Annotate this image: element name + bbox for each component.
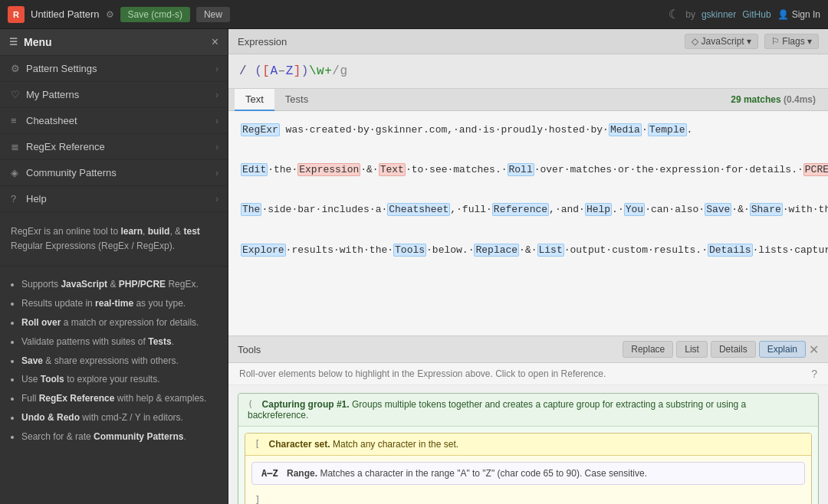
- match-explore: Explore: [241, 244, 286, 257]
- tools-instruction: Roll-over elements below to highlight in…: [228, 363, 828, 385]
- match-text: Text: [379, 163, 406, 176]
- range-title: Range.: [287, 468, 317, 479]
- tools-content: ( Capturing group #1. Groups multiple to…: [228, 385, 828, 504]
- range-content: A–Z Range. Matches a character in the ra…: [252, 463, 804, 484]
- sidebar-description: RegExr is an online tool to learn, build…: [0, 212, 228, 267]
- replace-button[interactable]: Replace: [623, 341, 673, 358]
- text-line-spacer2: [241, 182, 816, 198]
- text-line-3: The·side·bar·includes·a·Cheatsheet,·full…: [241, 201, 816, 218]
- chevron-right-icon: ›: [215, 64, 219, 74]
- sidebar-item-label: Cheatsheet: [26, 115, 215, 126]
- capture-group-header: ( Capturing group #1. Groups multiple to…: [238, 394, 818, 427]
- explain-button[interactable]: Explain: [759, 341, 806, 358]
- app-logo: R: [8, 6, 25, 23]
- range-desc: Matches a character in the range "A" to …: [320, 468, 647, 479]
- community-icon: ◈: [11, 167, 26, 178]
- match-media: Media: [609, 123, 642, 136]
- gear-icon[interactable]: ⚙: [106, 9, 114, 20]
- text-line-1: RegExr was·created·by·gskinner.com,·and·…: [241, 122, 816, 139]
- chevron-right-icon: ›: [215, 142, 219, 152]
- sidebar-item-label: Community Patterns: [26, 167, 215, 178]
- close-bracket: ]: [245, 491, 811, 504]
- close-tools-button[interactable]: ✕: [809, 342, 819, 357]
- sidebar-item-label: Pattern Settings: [26, 63, 215, 74]
- text-line-spacer3: [241, 221, 816, 238]
- capturing-group-item: ( Capturing group #1. Groups multiple to…: [238, 393, 819, 504]
- flags-selector[interactable]: ⚐ Flags ▾: [764, 34, 819, 49]
- settings-icon: ⚙: [11, 63, 26, 74]
- by-label: by: [685, 9, 695, 20]
- expression-header: Expression ◇ JavaScript ▾ ⚐ Flags ▾: [228, 29, 828, 54]
- match-tools: Tools: [393, 244, 426, 257]
- sign-in-button[interactable]: 👤 Sign In: [777, 9, 820, 20]
- save-button[interactable]: Save (cmd-s): [120, 7, 190, 22]
- matches-count: 29 matches (0.4ms): [731, 94, 822, 105]
- text-section: Text Tests 29 matches (0.4ms) RegExr was…: [228, 89, 828, 335]
- tools-section: Tools Replace List Details Explain ✕ Rol…: [228, 335, 828, 504]
- details-button[interactable]: Details: [711, 341, 756, 358]
- capture-group-title: Capturing group #1.: [262, 399, 350, 410]
- expression-section: Expression ◇ JavaScript ▾ ⚐ Flags ▾ / ([…: [228, 29, 828, 89]
- dark-mode-toggle[interactable]: ☾: [669, 7, 679, 21]
- sidebar-item-label: Help: [26, 193, 215, 205]
- chevron-right-icon: ›: [215, 116, 219, 126]
- pattern-title: Untitled Pattern: [31, 8, 100, 20]
- menu-header: ☰ Menu ×: [0, 29, 228, 56]
- tab-tests[interactable]: Tests: [274, 89, 319, 111]
- match-share: Share: [750, 203, 783, 216]
- sidebar-item-label: RegEx Reference: [26, 141, 215, 152]
- match-reference: Reference: [492, 203, 549, 216]
- char-set-title: Character set.: [269, 439, 330, 450]
- match-pcre: PCRE: [803, 163, 828, 176]
- char-set-item: [ Character set. Match any character in …: [245, 433, 812, 504]
- open-paren-icon: (: [248, 399, 253, 410]
- help-icon[interactable]: ?: [811, 368, 817, 380]
- reference-icon: ≣: [11, 141, 26, 152]
- match-temple: Temple: [648, 123, 687, 136]
- match-replace: Replace: [474, 244, 519, 257]
- tabs-bar: Text Tests 29 matches (0.4ms): [228, 89, 828, 111]
- sidebar-item-help[interactable]: ? Help ›: [0, 186, 228, 212]
- sidebar: ☰ Menu × ⚙ Pattern Settings › ♡ My Patte…: [0, 29, 228, 504]
- help-icon: ?: [11, 193, 26, 205]
- match-expression: Expression: [297, 163, 360, 176]
- range-item: A–Z Range. Matches a character in the ra…: [251, 462, 805, 485]
- heart-icon: ♡: [11, 89, 26, 100]
- sidebar-item-label: My Patterns: [26, 89, 215, 100]
- list-button[interactable]: List: [676, 341, 708, 358]
- header: R Untitled Pattern ⚙ Save (cmd-s) New ☾ …: [0, 0, 828, 29]
- match-regexr: RegExr: [241, 123, 280, 136]
- tools-buttons: Replace List Details Explain ✕: [623, 341, 819, 358]
- sidebar-item-cheatsheet[interactable]: ≡ Cheatsheet ›: [0, 108, 228, 134]
- match-save: Save: [705, 203, 731, 216]
- match-details: Details: [708, 244, 753, 257]
- chevron-right-icon: ›: [215, 168, 219, 178]
- match-roll: Roll: [508, 163, 534, 176]
- close-menu-button[interactable]: ×: [212, 35, 219, 49]
- range-label: A–Z: [261, 468, 278, 479]
- tools-title: Tools: [238, 344, 261, 355]
- text-line-2: Edit·the·Expression·&·Text·to·see·matche…: [241, 162, 816, 178]
- user-icon: 👤: [777, 9, 789, 20]
- match-you: You: [624, 203, 645, 216]
- text-line-4: Explore·results·with·the·Tools·below.·Re…: [241, 242, 816, 259]
- sidebar-item-pattern-settings[interactable]: ⚙ Pattern Settings ›: [0, 56, 228, 82]
- match-help: Help: [585, 203, 612, 216]
- github-link[interactable]: GitHub: [742, 9, 770, 20]
- tools-header: Tools Replace List Details Explain ✕: [228, 336, 828, 363]
- tab-text[interactable]: Text: [235, 89, 274, 111]
- sidebar-item-regex-reference[interactable]: ≣ RegEx Reference ›: [0, 134, 228, 160]
- javascript-selector[interactable]: ◇ JavaScript ▾: [685, 34, 758, 49]
- expression-controls: ◇ JavaScript ▾ ⚐ Flags ▾: [685, 34, 819, 49]
- text-area[interactable]: RegExr was·created·by·gskinner.com,·and·…: [228, 111, 828, 335]
- match-cheatsheet: Cheatsheet: [387, 203, 450, 216]
- expression-input[interactable]: / ([A–Z])\w+/g: [228, 54, 828, 88]
- sidebar-item-community-patterns[interactable]: ◈ Community Patterns ›: [0, 160, 228, 186]
- chevron-right-icon: ›: [215, 90, 219, 100]
- text-line-spacer: [241, 142, 816, 159]
- new-button[interactable]: New: [196, 7, 230, 22]
- sidebar-item-my-patterns[interactable]: ♡ My Patterns ›: [0, 82, 228, 108]
- author-link[interactable]: gskinner: [702, 9, 736, 20]
- match-list: List: [537, 244, 564, 257]
- tabs-left: Text Tests: [235, 89, 319, 110]
